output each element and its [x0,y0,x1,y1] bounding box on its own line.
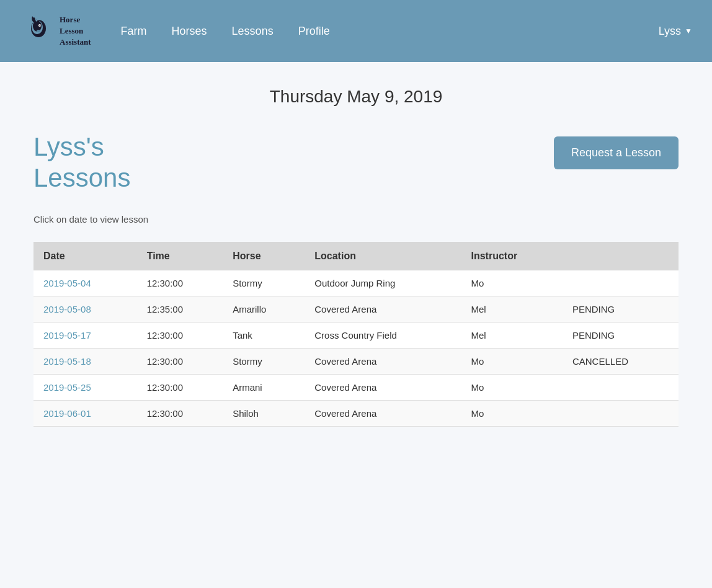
lesson-status: PENDING [563,322,679,348]
lesson-status: PENDING [563,296,679,322]
nav-links: Farm Horses Lessons Profile [121,25,659,38]
table-row: 2019-05-0412:30:00StormyOutdoor Jump Rin… [33,270,679,296]
lesson-location: Covered Arena [305,400,461,426]
col-time: Time [137,242,223,270]
request-lesson-button[interactable]: Request a Lesson [554,136,679,169]
lesson-instructor: Mo [461,270,562,296]
table-row: 2019-05-1712:30:00TankCross Country Fiel… [33,322,679,348]
col-date: Date [33,242,137,270]
svg-point-7 [37,30,40,32]
navbar: Horse Lesson Assistant Farm Horses Lesso… [0,0,712,62]
lesson-date-link[interactable]: 2019-05-17 [43,330,91,341]
app-logo[interactable]: Horse Lesson Assistant [20,14,91,48]
lesson-status: CANCELLED [563,348,679,374]
lessons-title: Lyss's Lessons [33,131,130,194]
table-row: 2019-05-1812:30:00StormyCovered ArenaMoC… [33,348,679,374]
lesson-instructor: Mo [461,348,562,374]
table-row: 2019-06-0112:30:00ShilohCovered ArenaMo [33,400,679,426]
lesson-date-link[interactable]: 2019-05-04 [43,278,91,288]
lesson-location: Covered Arena [305,348,461,374]
lesson-instructor: Mel [461,322,562,348]
lesson-time: 12:30:00 [137,322,223,348]
lesson-date-link[interactable]: 2019-05-18 [43,356,91,367]
lesson-date-link[interactable]: 2019-05-08 [43,304,91,314]
lesson-status [563,400,679,426]
nav-farm[interactable]: Farm [121,25,147,38]
lesson-horse: Shiloh [223,400,305,426]
lessons-header: Lyss's Lessons Request a Lesson [33,131,679,194]
col-horse: Horse [223,242,305,270]
click-hint: Click on date to view lesson [33,214,679,225]
user-name: Lyss [659,25,681,38]
lesson-instructor: Mo [461,400,562,426]
col-status [563,242,679,270]
lesson-time: 12:30:00 [137,348,223,374]
lesson-location: Cross Country Field [305,322,461,348]
lesson-horse: Amarillo [223,296,305,322]
lesson-horse: Stormy [223,270,305,296]
lesson-status [563,270,679,296]
lesson-date-link[interactable]: 2019-06-01 [43,408,91,419]
lesson-time: 12:30:00 [137,374,223,400]
table-body: 2019-05-0412:30:00StormyOutdoor Jump Rin… [33,270,679,427]
user-menu[interactable]: Lyss ▼ [659,25,692,38]
lesson-status [563,374,679,400]
lesson-location: Outdoor Jump Ring [305,270,461,296]
lesson-date-link[interactable]: 2019-05-25 [43,382,91,393]
logo-icon [20,14,55,48]
main-content: Thursday May 9, 2019 Lyss's Lessons Requ… [21,62,691,452]
lesson-instructor: Mel [461,296,562,322]
table-row: 2019-05-0812:35:00AmarilloCovered ArenaM… [33,296,679,322]
table-row: 2019-05-2512:30:00ArmaniCovered ArenaMo [33,374,679,400]
lesson-time: 12:30:00 [137,270,223,296]
nav-profile[interactable]: Profile [298,25,330,38]
lesson-location: Covered Arena [305,296,461,322]
lesson-location: Covered Arena [305,374,461,400]
lesson-instructor: Mo [461,374,562,400]
col-location: Location [305,242,461,270]
page-date: Thursday May 9, 2019 [33,87,679,107]
lesson-time: 12:30:00 [137,400,223,426]
chevron-down-icon: ▼ [685,27,692,35]
nav-lessons[interactable]: Lessons [232,25,274,38]
app-name: Horse Lesson Assistant [60,14,91,48]
lessons-table: Date Time Horse Location Instructor 2019… [33,242,679,427]
lesson-time: 12:35:00 [137,296,223,322]
lesson-horse: Stormy [223,348,305,374]
col-instructor: Instructor [461,242,562,270]
lesson-horse: Tank [223,322,305,348]
nav-horses[interactable]: Horses [172,25,207,38]
table-header: Date Time Horse Location Instructor [33,242,679,270]
svg-point-6 [40,25,41,26]
lesson-horse: Armani [223,374,305,400]
